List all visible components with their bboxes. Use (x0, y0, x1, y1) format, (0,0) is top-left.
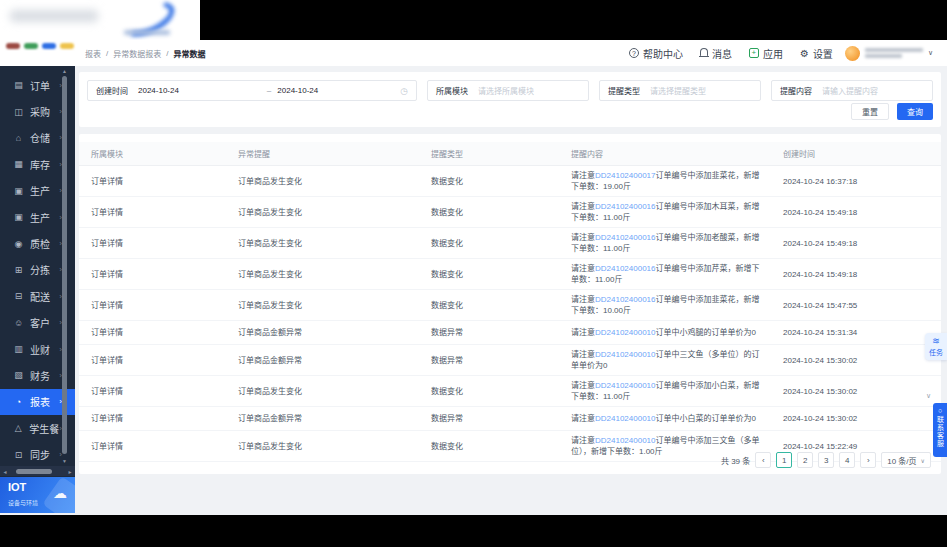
iot-subtitle: 设备与环境 (8, 498, 38, 507)
order-number-link[interactable]: DD24102400010 (595, 381, 656, 390)
cell-content: 请注意DD24102400016订单编号中添加木耳菜，新增下单数：11.00斤 (559, 197, 771, 227)
content-prefix: 请注意 (571, 295, 595, 304)
inventory-icon: ▦ (12, 159, 25, 169)
apps-button[interactable]: +应用 (749, 46, 783, 61)
order-number-link[interactable]: DD24102400010 (595, 328, 656, 337)
help-button[interactable]: ?帮助中心 (629, 46, 683, 61)
breadcrumb-item: 异常数据 (173, 48, 205, 59)
scroll-right-icon[interactable]: ▸ (65, 468, 75, 475)
content-prefix: 请注意 (571, 328, 595, 337)
filter-field-label: 提醒内容 (780, 85, 812, 96)
breadcrumb-separator: / (166, 49, 168, 58)
hscrollbar-thumb[interactable] (16, 469, 52, 474)
user-menu[interactable]: ∨ (845, 46, 933, 61)
table-header-row: 所属模块异常提醒提醒类型提醒内容创建时间 (79, 142, 941, 166)
table-row: 订单详情订单商品金额异常数据异常请注意DD24102400010订单中小白菜的订… (79, 407, 941, 431)
column-header-5: 创建时间 (771, 148, 941, 159)
production-icon: ▣ (12, 186, 25, 196)
filter-inputs: 创建时间 2024-10-24 – 2024-10-24 ◷ 所属模块请选择所属… (79, 72, 941, 101)
gear-icon: ⚙ (800, 48, 809, 59)
page-size-select[interactable]: 10 条/页 ∨ (881, 452, 931, 468)
business-finance-icon: ▥ (12, 344, 25, 354)
date-to-value: 2024-10-24 (277, 86, 318, 95)
sidebar-horizontal-scrollbar[interactable]: ◂ ▸ (0, 466, 75, 476)
cell-module: 订单详情 (79, 172, 226, 191)
order-number-link[interactable]: DD24102400016 (595, 295, 656, 304)
sidebar-item-label: 仓储 (30, 130, 50, 145)
scrollbar-thumb[interactable] (62, 76, 67, 454)
cell-alert: 订单商品金额异常 (226, 323, 419, 342)
cell-content: 请注意DD24102400016订单编号中添加老酸菜，新增下单数：11.00斤 (559, 228, 771, 258)
iot-banner[interactable]: IOT 设备与环境 ☁ (0, 477, 75, 513)
page-button-4[interactable]: 4 (839, 452, 855, 468)
chevron-down-icon: ∨ (928, 49, 933, 57)
scroll-down-icon[interactable] (61, 458, 68, 464)
breadcrumb-item[interactable]: 异常数据报表 (113, 48, 161, 59)
cell-alert: 订单商品发生变化 (226, 234, 419, 253)
scroll-left-icon[interactable]: ◂ (0, 468, 10, 475)
search-button[interactable]: 查询 (897, 103, 933, 120)
cell-time: 2024-10-24 15:49:18 (771, 265, 941, 284)
logo-blur-blob (10, 10, 98, 22)
page-button-3[interactable]: 3 (818, 452, 834, 468)
customer-service-float-tab[interactable]: ○ 联系客服 (933, 403, 947, 457)
table-row: 订单详情订单商品发生变化数据变化请注意DD24102400016订单编号中添加芹… (79, 259, 941, 290)
cell-alert: 订单商品发生变化 (226, 382, 419, 401)
breadcrumb-item[interactable]: 报表 (85, 48, 101, 59)
sidebar-item-label: 生产 (30, 183, 50, 198)
order-number-link[interactable]: DD24102400010 (595, 414, 656, 423)
content-prefix: 请注意 (571, 264, 595, 273)
pagination: 共 39 条 ‹ 1234 › 10 条/页 ∨ (721, 452, 931, 468)
page-button-1[interactable]: 1 (776, 452, 792, 468)
cell-module: 订单详情 (79, 203, 226, 222)
column-header-1: 所属模块 (79, 148, 226, 159)
breadcrumb: 报表/异常数据报表/异常数据 (85, 48, 205, 59)
bell-button[interactable]: 消息 (700, 46, 732, 61)
filter-field-label: 提醒类型 (608, 85, 640, 96)
order-number-link[interactable]: DD24102400016 (595, 264, 656, 273)
content-prefix: 请注意 (571, 414, 595, 423)
cell-type: 数据异常 (419, 409, 559, 428)
screen: 报表/异常数据报表/异常数据 ?帮助中心消息+应用⚙设置 ∨ ▤订单›◫采购›⌂… (0, 0, 947, 547)
sidebar-item-label: 质检 (30, 236, 50, 251)
cell-module: 订单详情 (79, 323, 226, 342)
cell-module: 订单详情 (79, 234, 226, 253)
order-number-link[interactable]: DD24102400010 (595, 436, 656, 445)
report-icon: ◔ (12, 397, 25, 407)
task-float-tab[interactable]: ≋ 任务 (925, 333, 947, 360)
table-row: 订单详情订单商品发生变化数据变化请注意DD24102400016订单编号中添加韭… (79, 290, 941, 321)
table-body: 订单详情订单商品发生变化数据变化请注意DD24102400017订单编号中添加韭… (79, 166, 941, 462)
cell-alert: 订单商品发生变化 (226, 203, 419, 222)
header-action-label: 消息 (712, 46, 732, 61)
prev-page-button[interactable]: ‹ (755, 452, 771, 468)
sidebar-vertical-scrollbar[interactable] (61, 70, 68, 462)
content-prefix: 请注意 (571, 171, 595, 180)
reset-button[interactable]: 重置 (851, 103, 889, 120)
collapse-chevron-icon[interactable]: ∨ (926, 392, 931, 400)
order-number-link[interactable]: DD24102400017 (595, 171, 656, 180)
filter-field-1[interactable]: 所属模块请选择所属模块 (427, 80, 589, 101)
gear-button[interactable]: ⚙设置 (800, 46, 833, 61)
table-row: 订单详情订单商品发生变化数据变化请注意DD24102400017订单编号中添加韭… (79, 166, 941, 197)
sync-icon: ⊡ (12, 450, 25, 460)
cell-alert: 订单商品发生变化 (226, 437, 419, 456)
column-header-3: 提醒类型 (419, 148, 559, 159)
top-navbar: 报表/异常数据报表/异常数据 ?帮助中心消息+应用⚙设置 ∨ (0, 40, 947, 66)
help-icon: ? (629, 48, 639, 58)
order-number-link[interactable]: DD24102400016 (595, 233, 656, 242)
date-range-input[interactable]: 创建时间 2024-10-24 – 2024-10-24 ◷ (87, 80, 417, 101)
app-logo (0, 0, 200, 40)
chevron-down-icon: ∨ (921, 457, 925, 464)
order-number-link[interactable]: DD24102400010 (595, 350, 656, 359)
filter-field-3[interactable]: 提醒内容请输入提醒内容 (771, 80, 933, 101)
cell-module: 订单详情 (79, 382, 226, 401)
next-page-button[interactable]: › (860, 452, 876, 468)
order-number-link[interactable]: DD24102400016 (595, 202, 656, 211)
page-button-2[interactable]: 2 (797, 452, 813, 468)
filter-field-2[interactable]: 提醒类型请选择提醒类型 (599, 80, 761, 101)
content-prefix: 请注意 (571, 350, 595, 359)
cell-content: 请注意DD24102400010订单中小白菜的订单单价为0 (559, 409, 771, 428)
scroll-up-icon[interactable] (61, 68, 68, 74)
content-prefix: 请注意 (571, 202, 595, 211)
cell-time: 2024-10-24 15:30:02 (771, 409, 941, 428)
